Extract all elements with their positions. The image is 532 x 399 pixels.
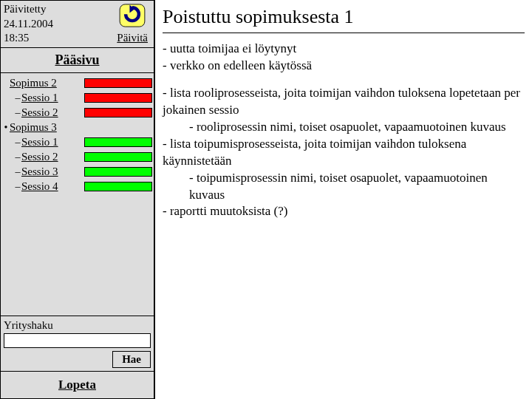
tree-bullet: • xyxy=(2,122,10,134)
tree-link[interactable]: Sopimus 2 xyxy=(10,77,57,89)
refresh-label[interactable]: Päivitä xyxy=(117,32,148,44)
header-box: Päivitetty 24.11.2004 18:35 Päivitä xyxy=(0,0,154,48)
tree-bullet: – xyxy=(14,137,21,149)
status-bar xyxy=(84,93,152,103)
content-line: - toipumisprosessin nimi, toiset osapuol… xyxy=(163,170,525,204)
status-bar xyxy=(84,78,152,88)
status-bar xyxy=(84,137,152,147)
tree-link[interactable]: Sessio 2 xyxy=(21,151,58,163)
status-bar xyxy=(84,108,152,117)
tree-row: – Sessio 1 xyxy=(2,135,152,150)
tree-bullet: – xyxy=(14,181,21,193)
tree-link[interactable]: Sessio 4 xyxy=(21,180,58,193)
quit-link[interactable]: Lopeta xyxy=(58,378,96,392)
tree-bullet: – xyxy=(14,151,21,163)
content-line: - raportti muutoksista (?) xyxy=(163,203,525,220)
content-line: - lista rooliprosesseista, joita toimija… xyxy=(163,85,525,119)
status-bar xyxy=(84,167,152,177)
content-block-1: - uutta toimijaa ei löytynyt- verkko on … xyxy=(163,41,525,75)
content-line: - uutta toimijaa ei löytynyt xyxy=(163,41,525,58)
updated-date: 24.11.2004 xyxy=(4,17,114,32)
tree-bullet: – xyxy=(14,166,21,178)
refresh-icon[interactable] xyxy=(119,4,146,27)
status-bar xyxy=(84,182,152,191)
content-line: - lista toipumisprosesseista, joita toim… xyxy=(163,136,525,170)
tree-row: – Sessio 2 xyxy=(2,106,152,120)
status-bar xyxy=(84,152,152,162)
tree-row: – Sessio 2 xyxy=(2,150,152,165)
tree-row: Sopimus 2 xyxy=(2,76,152,91)
divider xyxy=(163,33,525,33)
tree-row: – Sessio 4 xyxy=(2,180,152,194)
content-block-2: - lista rooliprosesseista, joita toimija… xyxy=(163,85,525,221)
tree-bullet: – xyxy=(14,107,21,119)
tree-row: – Sessio 3 xyxy=(2,165,152,180)
search-box: Yrityshaku Hae xyxy=(0,316,154,372)
sidebar: Päivitetty 24.11.2004 18:35 Päivitä Pääs… xyxy=(0,0,155,399)
search-button[interactable]: Hae xyxy=(112,351,151,368)
search-input[interactable] xyxy=(4,333,151,348)
tree-link[interactable]: Sopimus 3 xyxy=(10,121,57,134)
updated-label: Päivitetty xyxy=(4,2,114,17)
tree-row: – Sessio 1 xyxy=(2,91,152,106)
tree-link[interactable]: Sessio 1 xyxy=(21,136,58,149)
main-link[interactable]: Pääsivu xyxy=(55,52,99,67)
tree-link[interactable]: Sessio 3 xyxy=(21,166,58,178)
main-content: Poistuttu sopimuksesta 1 - uutta toimija… xyxy=(155,0,532,399)
tree-bullet: – xyxy=(14,92,21,104)
content-line: - rooliprosessin nimi, toiset osapuolet,… xyxy=(163,119,525,136)
main-link-box: Pääsivu xyxy=(0,48,154,73)
search-label: Yrityshaku xyxy=(4,319,151,332)
page-title: Poistuttu sopimuksesta 1 xyxy=(163,6,525,28)
quit-box: Lopeta xyxy=(0,372,154,399)
content-line: - verkko on edelleen käytössä xyxy=(163,58,525,75)
nav-tree: Sopimus 2– Sessio 1– Sessio 2• Sopimus 3… xyxy=(0,73,154,317)
updated-time: 18:35 xyxy=(4,31,114,46)
tree-row: • Sopimus 3 xyxy=(2,120,152,135)
tree-link[interactable]: Sessio 2 xyxy=(21,106,58,119)
tree-link[interactable]: Sessio 1 xyxy=(21,92,58,104)
